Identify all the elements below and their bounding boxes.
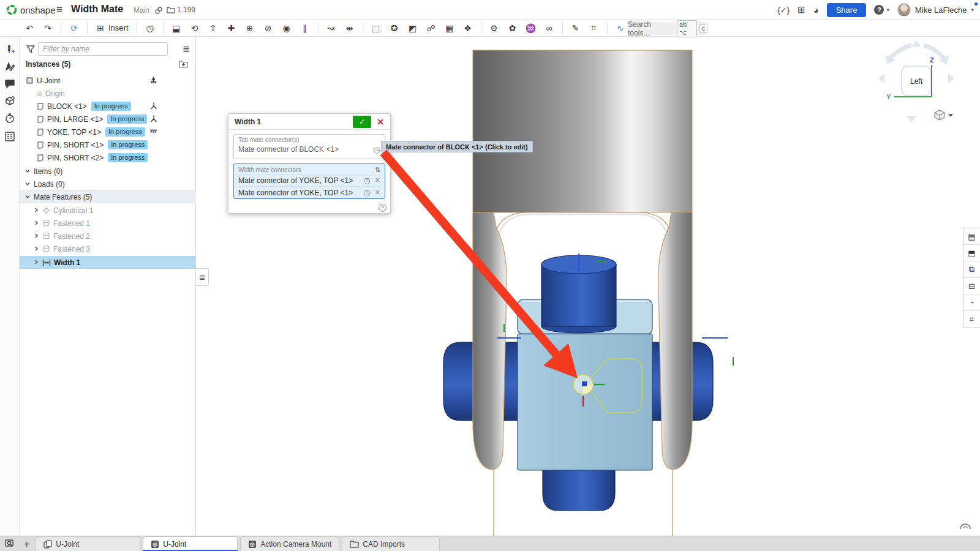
section-mate-features[interactable]: Mate Features (5)	[20, 190, 196, 203]
history-icon[interactable]	[4, 113, 15, 124]
ball-mate-icon[interactable]: ◉	[279, 21, 294, 35]
sim-spline-icon[interactable]: ∿	[613, 21, 628, 35]
appearance-panel-button[interactable]: ◔	[963, 294, 980, 311]
undo-icon[interactable]: ↶	[22, 21, 37, 35]
reorder-icon[interactable]: ⇅	[375, 166, 380, 174]
mate-connector-clock-icon[interactable]: ◷	[374, 145, 380, 154]
planar-mate-icon[interactable]: ✚	[224, 21, 239, 35]
exploded-view-panel-button[interactable]: ⊟	[963, 278, 980, 294]
view-cube[interactable]: Left Z Y	[876, 38, 962, 127]
redo-icon[interactable]: ↷	[40, 21, 55, 35]
remove-icon[interactable]: ✕	[375, 176, 380, 184]
gear-relation-icon[interactable]: ⚙	[487, 21, 502, 35]
add-folder-icon[interactable]	[179, 60, 188, 68]
relation-icon[interactable]: ↝	[324, 21, 339, 35]
search-tools-box[interactable]: Search tools... alt/⌥ c	[628, 22, 707, 35]
insert-button[interactable]: ⊞ Insert	[93, 21, 131, 35]
yoke-right-arm[interactable]	[658, 212, 692, 470]
drawing-icon[interactable]: ✎	[568, 21, 583, 35]
rotate-down-arrow[interactable]	[907, 116, 916, 122]
confirm-button[interactable]: ✓	[353, 116, 371, 128]
parallel-mate-icon[interactable]: ∥	[298, 21, 312, 35]
versions-icon[interactable]: {✓}	[777, 6, 790, 15]
named-view-icon[interactable]: ✪	[387, 21, 402, 35]
assembly-viewport[interactable]: Left Z Y	[196, 37, 980, 536]
pin-slot-mate-icon[interactable]: ⊘	[261, 21, 276, 35]
mate-connector-icon[interactable]: ◷	[143, 21, 157, 35]
width-connector-value[interactable]: Mate connector of YOKE, TOP <1>	[238, 189, 353, 197]
revolute-mate-icon[interactable]: ⟲	[187, 21, 202, 35]
list-view-icon[interactable]: ≣	[183, 44, 190, 54]
mate-feature-row[interactable]: Fastened 1	[20, 217, 196, 230]
help-menu[interactable]: ? ▾	[874, 5, 889, 15]
panel-collapse-handle[interactable]: ≣	[196, 268, 209, 286]
assembly-viewport-canvas[interactable]	[196, 37, 980, 536]
mate-feature-row-selected[interactable]: Width 1	[20, 256, 196, 269]
mate-feature-row[interactable]: Fastened 3	[20, 242, 196, 255]
dialog-header[interactable]: Width 1 ✓ ✕	[228, 114, 390, 130]
rotate-up-arrow[interactable]	[911, 40, 921, 47]
user-menu[interactable]: Mike LaFleche ▾	[897, 3, 974, 17]
tab-search-icon[interactable]	[5, 538, 15, 549]
tree-row-assembly[interactable]: U-Joint	[20, 74, 196, 87]
fastened-mate-icon[interactable]: ⬓	[169, 21, 184, 35]
dialog-help-icon[interactable]: ?	[379, 204, 386, 212]
remove-icon[interactable]: ✕	[375, 189, 380, 197]
add-tab-button[interactable]: +	[24, 539, 29, 550]
roll-ccw-arrow[interactable]	[889, 45, 911, 59]
configurations-panel-button[interactable]: ⬒	[963, 245, 980, 261]
tab-action-camera-mount[interactable]: Action Camera Mount	[240, 536, 339, 551]
explode-view-icon[interactable]: ⬚	[369, 21, 383, 35]
section-items[interactable]: Items (0)	[20, 165, 196, 178]
tab-cad-imports[interactable]: CAD Imports	[342, 536, 440, 551]
mate-connector-clock-icon[interactable]: ◷	[363, 176, 370, 185]
tree-row-part[interactable]: PIN, SHORT <1> In progress	[20, 138, 196, 151]
replicate-icon[interactable]: ☍	[424, 21, 439, 35]
width-connector-value[interactable]: Mate connector of YOKE, TOP <1>	[238, 176, 353, 185]
avatar[interactable]	[897, 3, 911, 17]
version-number[interactable]: 1.199	[177, 6, 195, 14]
pin-top[interactable]	[541, 253, 616, 333]
share-button[interactable]: Share	[827, 3, 867, 17]
mate-connector-clock-icon[interactable]: ◷	[363, 188, 370, 197]
named-positions-panel-button[interactable]: ⌗	[963, 311, 980, 328]
link-icon[interactable]	[154, 6, 163, 15]
mate-feature-row[interactable]: Fastened 2	[20, 230, 196, 242]
filter-icon[interactable]	[26, 45, 35, 53]
width-connector-row[interactable]: Mate connector of YOKE, TOP <1> ◷ ✕	[238, 186, 380, 198]
tree-row-part[interactable]: PIN, SHORT <2> In progress	[20, 151, 196, 164]
main-menu-icon[interactable]: ≡	[56, 4, 62, 16]
tree-row-part[interactable]: YOKE, TOP <1> In progress	[20, 126, 196, 138]
filter-input[interactable]	[38, 42, 168, 56]
performance-gauge-icon[interactable]	[959, 521, 971, 530]
cancel-button[interactable]: ✕	[377, 117, 384, 127]
rotate-right-arrow[interactable]	[948, 73, 954, 83]
add-mate-connector-icon[interactable]	[4, 44, 15, 55]
workspace-name[interactable]: Main	[134, 6, 149, 15]
rack-pinion-icon[interactable]: ♒	[524, 21, 538, 35]
width-mate-icon[interactable]: ⇹	[342, 21, 357, 35]
yoke-left-arm[interactable]	[473, 212, 507, 470]
section-loads[interactable]: Loads (0)	[20, 178, 196, 190]
configurations-icon[interactable]: ◩	[405, 21, 420, 35]
learning-cube-icon[interactable]: ?	[4, 96, 15, 107]
rotate-left-arrow[interactable]	[878, 73, 884, 83]
view-cube-face-label[interactable]: Left	[910, 77, 923, 86]
tab-part-studio[interactable]: U-Joint	[36, 536, 140, 551]
slider-mate-icon[interactable]: ⇧	[206, 21, 221, 35]
mate-feature-row[interactable]: Cylindrical 1	[20, 204, 196, 217]
display-states-icon[interactable]: ❖	[461, 21, 475, 35]
view-cube-menu[interactable]	[935, 110, 953, 120]
tab-mate-connector-box[interactable]: Tab mate connector(s) Mate connector of …	[233, 134, 385, 159]
tab-connector-row[interactable]: Mate connector of BLOCK <1> ◷	[238, 143, 380, 156]
help-icon[interactable]: ?	[874, 5, 884, 15]
cylindrical-mate-icon[interactable]: ⊕	[243, 21, 257, 35]
width-connector-row[interactable]: Mate connector of YOKE, TOP <1> ◷ ✕	[238, 174, 380, 186]
cam-relation-icon[interactable]: ✿	[505, 21, 520, 35]
theme-icon[interactable]: ◕	[813, 5, 819, 15]
bom-panel-button[interactable]: ▤	[963, 228, 980, 245]
roll-cw-arrow[interactable]	[924, 45, 944, 59]
comments-icon[interactable]	[4, 78, 15, 89]
table-icon[interactable]: ▦	[442, 21, 457, 35]
tab-assembly-active[interactable]: U-Joint	[143, 536, 238, 551]
